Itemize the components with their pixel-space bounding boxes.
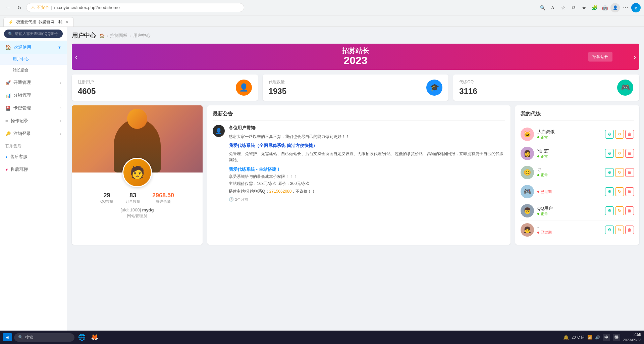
copilot-button[interactable]: 🤖 [600,3,609,12]
sidebar-item-activation[interactable]: 🚀 开通管理 › [0,76,67,89]
collections-button[interactable]: ★ [579,3,589,12]
address-bar[interactable]: ⚠ 不安全 | m.coybr.cn/index.php?mod=home [26,3,244,12]
url-text: m.coybr.cn/index.php?mod=home [54,5,119,10]
tab-close-button[interactable]: ✕ [65,19,69,24]
sidebar-item-user-center[interactable]: 用户中心 [0,54,67,65]
breadcrumb-dashboard[interactable]: 控制面板 [110,33,127,39]
agent-settings-btn-0[interactable]: ⚙ [605,130,614,139]
agent-settings-btn-1[interactable]: ⚙ [605,149,614,158]
stat-value-qq: 3116 [459,87,477,96]
agent-actions-5: ⚙ ↻ 🗑 [605,226,634,234]
rocket-icon: 🚀 [5,80,11,85]
ann-body: 各位用户需知: 感谢大家一路以来的不离不弃，我们也会尽自己的能力做到更好！！ 我… [229,125,505,202]
distribution-label: 分销管理 [13,92,31,98]
agent-delete-btn-3[interactable]: 🗑 [625,187,634,196]
sidebar-item-logout[interactable]: 🔑 注销登录 › [0,127,67,140]
main-content: 用户中心 🏠 › 控制面板 › 用户中心 ‹ 招募站长 2023 招募站长 › [67,27,644,331]
sidebar-item-support[interactable]: ● 售后客服 [0,150,67,163]
stat-icon-qq: 🎮 [617,80,633,96]
card-icon: 🎴 [5,106,11,111]
agent-info-3: 已过期 [537,189,602,194]
agent-avatar-5: 👧 [521,223,534,237]
tab-favicon: ⚡ [8,20,13,24]
card-label: 卡密管理 [13,105,31,111]
agent-actions-3: ⚙ ↻ 🗑 [605,187,634,196]
sidebar-item-distribution[interactable]: 📊 分销管理 › [0,89,67,102]
font-tool-button[interactable]: 𝐀 [548,3,557,12]
agent-refresh-btn-2[interactable]: ↻ [615,168,624,177]
agent-avatar-2: 😊 [521,166,534,179]
search-tool-button[interactable]: 🔍 [538,3,547,12]
agent-actions-0: ⚙ ↻ 🗑 [605,130,634,139]
agent-refresh-btn-1[interactable]: ↻ [615,149,624,158]
sidebar-welcome-section[interactable]: 🏠 欢迎使用 ▼ [0,41,67,54]
agent-delete-btn-5[interactable]: 🗑 [625,226,634,234]
breadcrumb-current: 用户中心 [133,33,151,39]
order-count-label: 订单数量 [125,199,140,204]
agent-delete-btn-1[interactable]: 🗑 [625,149,634,158]
bookmark-button[interactable]: ☆ [558,3,568,12]
support-label: 售后客服 [10,154,28,160]
agent-refresh-btn-0[interactable]: ↻ [615,130,624,139]
banner-wrapper: ‹ 招募站长 2023 招募站长 › [72,44,639,70]
sidebar-item-admin-backend[interactable]: 站长后台 [0,65,67,76]
ann-text1: 感谢大家一路以来的不离不弃，我们也会尽自己的能力做到更好！！ [229,134,505,140]
logout-label: 注销登录 [13,131,31,137]
agent-item-1: 👩 '仙 芝' 正常 ⚙ ↻ 🗑 [521,144,634,163]
welcome-label: 欢迎使用 [14,44,31,50]
breadcrumb: 🏠 › 控制面板 › 用户中心 [99,33,151,39]
more-menu-button[interactable]: ⋯ [621,3,630,12]
profile-button[interactable]: 👤 [610,3,620,12]
stat-icon-users: 👤 [236,80,252,96]
agent-status-0: 正常 [537,135,602,140]
stat-info-users: 注册用户 4605 [78,79,96,96]
agent-refresh-btn-3[interactable]: ↻ [615,187,624,196]
search-placeholder: 请输入需要查询的QQ账号 [15,31,58,36]
agent-item-5: 👧 - 已过期 ⚙ ↻ 🗑 [521,220,634,239]
qq-count-label: QQ数量 [100,199,113,204]
banner-next-button[interactable]: › [634,53,636,61]
app-search[interactable]: 🔍 请输入需要查询的QQ账号 [4,30,63,38]
profile-uid-row: [uid: 1000] mydg [120,207,154,212]
edge-icon: e [631,3,641,12]
agent-delete-btn-2[interactable]: 🗑 [625,168,634,177]
url-separator: | [51,5,52,10]
sidebar-item-card[interactable]: 🎴 卡密管理 › [0,102,67,114]
status-dot-0 [537,136,539,138]
agent-info-0: 大白鸽饿 正常 [537,129,602,140]
agent-item-0: 🐱 大白鸽饿 正常 ⚙ ↻ 🗑 [521,125,634,144]
status-text-5: 已过期 [541,230,552,235]
stat-info-agents: 代理数量 1935 [269,79,286,96]
active-tab[interactable]: ⚡ 极速云代挂- 我爱官网 - 我 ✕ [3,17,74,27]
ann-price-line2: 主站现价仅需：168元/永久 原价：360元/永久 [229,181,505,187]
ann-link-title[interactable]: 我爱代练系统 - 主站搭建！ [229,166,505,173]
agent-name-0: 大白鸽饿 [537,129,602,135]
banner-prev-button[interactable]: ‹ [75,53,77,61]
extensions-button[interactable]: 🧩 [590,3,599,12]
page-title: 用户中心 [72,32,96,40]
refresh-button[interactable]: ↻ [15,3,24,12]
content-grid: 🧑 29 QQ数量 83 订单数量 2968.50 账户 [72,105,639,245]
agent-refresh-btn-4[interactable]: ↻ [615,206,624,215]
agents-title: 我的代练 [521,111,634,121]
balance-value: 2968.50 [152,192,174,199]
chevron-right-icon5: › [60,132,61,136]
app-wrapper: 🔍 请输入需要查询的QQ账号 🏠 欢迎使用 ▼ 用户中心 站长后台 🚀 开通管理… [0,27,644,331]
sidebar-item-operation-log[interactable]: ≡ 操作记录 › [0,114,67,127]
status-text-0: 正常 [541,135,548,140]
agent-refresh-btn-5[interactable]: ↻ [615,226,624,234]
agent-settings-btn-4[interactable]: ⚙ [605,206,614,215]
status-dot-4 [537,213,539,215]
back-button[interactable]: ← [3,3,13,12]
agent-delete-btn-0[interactable]: 🗑 [625,130,634,139]
split-view-button[interactable]: ⧉ [569,3,578,12]
contact-qq[interactable]: 2715662080 [269,189,292,194]
agent-settings-btn-3[interactable]: ⚙ [605,187,614,196]
agent-settings-btn-5[interactable]: ⚙ [605,226,614,234]
agent-delete-btn-4[interactable]: 🗑 [625,206,634,215]
stat-info-qq: 代练QQ 3116 [459,79,477,96]
sidebar-item-group[interactable]: ♥ 售后群聊 [0,163,67,176]
stat-card-users: 注册用户 4605 👤 [72,75,258,101]
agent-settings-btn-2[interactable]: ⚙ [605,168,614,177]
breadcrumb-home-icon[interactable]: 🏠 [99,33,105,38]
